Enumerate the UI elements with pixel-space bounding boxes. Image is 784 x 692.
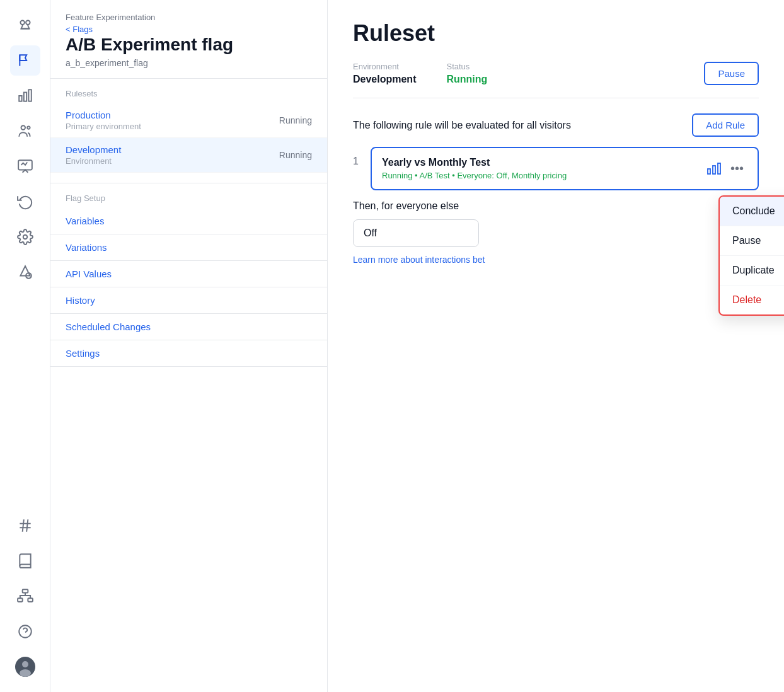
rule-card[interactable]: Yearly vs Monthly Test Running • A/B Tes… (371, 147, 759, 190)
dropdown-pause[interactable]: Pause (720, 226, 784, 256)
nav-analytics-icon[interactable] (10, 81, 40, 111)
nav-experiment-icon[interactable] (10, 10, 40, 40)
app-name: Feature Experimentation (66, 13, 155, 22)
environment-value: Development (353, 74, 416, 85)
then-row: Then, for everyone else (353, 200, 759, 212)
sidebar-header: Feature Experimentation < Flags A/B Expe… (50, 0, 327, 79)
nav-history-icon[interactable] (10, 187, 40, 217)
svg-rect-17 (18, 598, 23, 601)
nav-monitor-icon[interactable] (10, 151, 40, 182)
dropdown-menu: Conclude Pause Duplicate Delete (718, 195, 784, 316)
dropdown-conclude[interactable]: Conclude (720, 197, 784, 226)
rule-card-content: Yearly vs Monthly Test Running • A/B Tes… (382, 157, 567, 180)
ruleset-production-desc: Primary environment (66, 122, 141, 131)
rule-number: 1 (353, 147, 363, 167)
svg-rect-4 (23, 93, 26, 101)
nav-variables[interactable]: Variables (50, 208, 327, 234)
ruleset-development-name: Development (66, 144, 121, 155)
svg-point-9 (23, 235, 27, 239)
rule-header-text: The following rule will be evaluated for… (353, 120, 571, 131)
ruleset-development-desc: Environment (66, 156, 121, 166)
svg-rect-3 (19, 96, 21, 101)
nav-variations[interactable]: Variations (50, 234, 327, 261)
page-title: Ruleset (353, 20, 759, 47)
nav-help-icon[interactable] (10, 616, 40, 647)
add-rule-button[interactable]: Add Rule (692, 113, 759, 137)
svg-line-14 (22, 519, 23, 532)
status-label: Status (446, 62, 487, 71)
chart-icon[interactable] (706, 163, 722, 175)
svg-point-1 (26, 20, 30, 25)
rule-meta: Running • A/B Test • Everyone: Off, Mont… (382, 171, 567, 180)
ruleset-development-status: Running (279, 150, 312, 160)
learn-more-link[interactable]: Learn more about interactions bet (353, 255, 759, 265)
env-status-row: Environment Development Status Running (353, 62, 487, 85)
svg-rect-25 (713, 166, 715, 174)
rule-row: 1 Yearly vs Monthly Test Running • A/B T… (353, 147, 759, 190)
svg-point-6 (21, 125, 25, 130)
nav-settings-icon[interactable] (10, 222, 40, 252)
ruleset-production-left: Production Primary environment (66, 110, 141, 131)
ruleset-item-development[interactable]: Development Environment Running (50, 138, 327, 173)
rule-title: Yearly vs Monthly Test (382, 157, 567, 168)
nav-shapes-icon[interactable] (10, 257, 40, 287)
nav-api-values[interactable]: API Values (50, 261, 327, 287)
rule-header-row: The following rule will be evaluated for… (353, 113, 759, 137)
svg-point-0 (20, 20, 25, 25)
nav-hash-icon[interactable] (10, 510, 40, 541)
svg-marker-10 (20, 266, 30, 275)
flag-title: A/B Experiment flag (66, 34, 312, 55)
main-content: Ruleset Environment Development Status R… (328, 0, 784, 692)
svg-point-22 (22, 661, 28, 667)
svg-rect-24 (708, 169, 710, 174)
pause-button[interactable]: Pause (704, 62, 759, 85)
nav-user-avatar[interactable] (10, 652, 40, 682)
svg-rect-16 (22, 589, 28, 592)
flag-key: a_b_experiment_flag (66, 58, 312, 68)
flag-setup-label: Flag Setup (50, 193, 327, 203)
rule-more-button[interactable]: ••• (727, 160, 747, 177)
ruleset-production-status: Running (279, 115, 312, 125)
ruleset-development-left: Development Environment (66, 144, 121, 166)
sidebar: Feature Experimentation < Flags A/B Expe… (50, 0, 328, 692)
back-link[interactable]: < Flags (66, 25, 312, 34)
dropdown-delete[interactable]: Delete (720, 285, 784, 314)
environment-row: Environment Development Status Running P… (353, 62, 759, 98)
nav-scheduled-changes[interactable]: Scheduled Changes (50, 314, 327, 340)
breadcrumb: Feature Experimentation (66, 13, 312, 22)
nav-flags-icon[interactable] (10, 45, 40, 76)
svg-point-19 (19, 625, 32, 638)
nav-settings[interactable]: Settings (50, 340, 327, 367)
status-value: Running (446, 74, 487, 85)
svg-line-15 (26, 519, 28, 532)
rulesets-label: Rulesets (50, 89, 327, 98)
flag-setup-section: Flag Setup Variables Variations API Valu… (50, 183, 327, 377)
nav-history[interactable]: History (50, 287, 327, 314)
svg-point-7 (27, 126, 30, 129)
nav-book-icon[interactable] (10, 546, 40, 576)
env-col: Environment Development (353, 62, 416, 85)
ruleset-item-production[interactable]: Production Primary environment Running (50, 103, 327, 138)
environment-label: Environment (353, 62, 416, 71)
status-col: Status Running (446, 62, 487, 85)
rule-card-actions: ••• (706, 160, 747, 177)
svg-rect-5 (28, 89, 31, 101)
nav-users-icon[interactable] (10, 116, 40, 146)
off-card: Off (353, 219, 479, 247)
rulesets-section: Rulesets Production Primary environment … (50, 79, 327, 183)
ruleset-production-name: Production (66, 110, 141, 120)
svg-rect-26 (718, 163, 720, 174)
dropdown-duplicate[interactable]: Duplicate (720, 256, 784, 285)
icon-navigation (0, 0, 50, 692)
svg-rect-18 (28, 598, 33, 601)
nav-network-icon[interactable] (10, 581, 40, 611)
svg-point-23 (20, 669, 31, 677)
